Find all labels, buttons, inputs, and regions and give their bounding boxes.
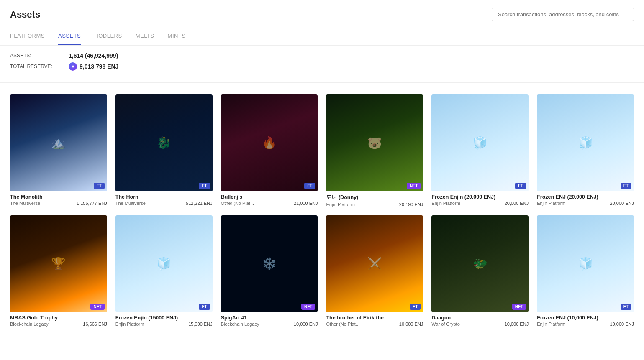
asset-info-bullenj: Bullenj's Other (No Plat... 21,000 ENJ: [221, 191, 318, 206]
asset-enj-spigart: 10,000 ENJ: [294, 322, 318, 327]
asset-card-brother[interactable]: ⚔️ FT The brother of Eirik the ... Other…: [326, 215, 423, 327]
asset-badge-frozen2: FT: [621, 183, 631, 189]
asset-name-frozen1: Frozen Enjin (20,000 ENJ): [431, 194, 529, 200]
asset-badge-daagon: NFT: [512, 304, 526, 310]
asset-card-frozen4[interactable]: 🧊 FT Frozen ENJ (10,000 ENJ) Enjin Platf…: [537, 215, 634, 327]
reserve-value: 9,013,798 ENJ: [80, 63, 118, 70]
asset-card-daagon[interactable]: 🐲 NFT Daagon War of Crypto 10,000 ENJ: [431, 215, 529, 327]
divider: [0, 82, 644, 83]
asset-enj-frozen3: 15,000 ENJ: [188, 322, 212, 327]
asset-name-mras: MRAS Gold Trophy: [10, 315, 107, 321]
asset-image-bullenj: 🔥 FT: [221, 94, 318, 191]
asset-enj-monolith: 1,155,777 ENJ: [77, 201, 107, 206]
asset-badge-bullenj: FT: [304, 183, 315, 189]
assets-value: 1,614 (46,924,999): [69, 52, 118, 59]
asset-card-frozen1[interactable]: 🧊 FT Frozen Enjin (20,000 ENJ) Enjin Pla…: [431, 94, 529, 207]
assets-stat-row: ASSETS: 1,614 (46,924,999): [10, 52, 634, 59]
asset-enj-brother: 10,000 ENJ: [399, 322, 423, 327]
asset-platform-brother: Other (No Plat...: [326, 322, 359, 327]
asset-platform-daagon: War of Crypto: [431, 322, 459, 327]
asset-card-frozen3[interactable]: 🧊 FT Frozen Enjin (15000 ENJ) Enjin Plat…: [115, 215, 213, 327]
asset-badge-mras: NFT: [90, 304, 104, 310]
asset-card-bullenj[interactable]: 🔥 FT Bullenj's Other (No Plat... 21,000 …: [221, 94, 318, 207]
asset-card-monolith[interactable]: 🏔️ FT The Monolith The Multiverse 1,155,…: [10, 94, 107, 207]
tab-hodlers[interactable]: HODLERS: [94, 28, 122, 45]
asset-name-monolith: The Monolith: [10, 194, 107, 200]
asset-info-frozen3: Frozen Enjin (15000 ENJ) Enjin Platform …: [115, 312, 213, 327]
asset-platform-spigart: Blockchain Legacy: [221, 322, 259, 327]
asset-badge-frozen1: FT: [515, 183, 526, 189]
asset-platform-frozen1: Enjin Platform: [431, 201, 460, 206]
asset-info-brother: The brother of Eirik the ... Other (No P…: [326, 312, 423, 327]
asset-image-horn: 🐉 FT: [115, 94, 213, 191]
tab-assets[interactable]: ASSETS: [58, 28, 81, 45]
asset-card-frozen2[interactable]: 🧊 FT Frozen ENJ (20,000 ENJ) Enjin Platf…: [537, 94, 634, 207]
asset-name-frozen2: Frozen ENJ (20,000 ENJ): [537, 194, 634, 200]
asset-image-donny: 🐷 NFT: [326, 94, 423, 191]
asset-info-frozen1: Frozen Enjin (20,000 ENJ) Enjin Platform…: [431, 191, 529, 206]
asset-enj-frozen1: 20,000 ENJ: [505, 201, 529, 206]
asset-enj-mras: 16,666 ENJ: [83, 322, 107, 327]
asset-image-frozen1: 🧊 FT: [431, 94, 529, 191]
asset-enj-frozen4: 10,000 ENJ: [610, 322, 634, 327]
asset-image-frozen3: 🧊 FT: [115, 215, 213, 312]
asset-badge-horn: FT: [199, 183, 210, 189]
enj-icon: [69, 62, 77, 71]
asset-name-donny: 도니 (Donny): [326, 194, 423, 201]
asset-badge-frozen4: FT: [621, 304, 631, 310]
asset-info-daagon: Daagon War of Crypto 10,000 ENJ: [431, 312, 529, 327]
asset-name-spigart: SpigArt #1: [221, 315, 318, 321]
asset-name-horn: The Horn: [115, 194, 213, 200]
asset-enj-horn: 512,221 ENJ: [186, 201, 213, 206]
asset-image-frozen4: 🧊 FT: [537, 215, 634, 312]
asset-badge-monolith: FT: [94, 183, 105, 189]
reserve-label: TOTAL RESERVE:: [10, 64, 69, 69]
asset-image-daagon: 🐲 NFT: [431, 215, 529, 312]
asset-platform-frozen3: Enjin Platform: [115, 322, 144, 327]
asset-card-donny[interactable]: 🐷 NFT 도니 (Donny) Enjin Platform 20,190 E…: [326, 94, 423, 207]
page-title: Assets: [10, 9, 40, 20]
asset-enj-donny: 20,190 ENJ: [399, 202, 423, 207]
asset-image-brother: ⚔️ FT: [326, 215, 423, 312]
asset-badge-donny: NFT: [407, 183, 421, 189]
asset-badge-spigart: NFT: [301, 304, 315, 310]
asset-enj-bullenj: 21,000 ENJ: [294, 201, 318, 206]
search-input[interactable]: [492, 8, 634, 21]
page-header: Assets: [0, 0, 644, 26]
tab-melts[interactable]: MELTS: [136, 28, 154, 45]
asset-image-spigart: ❄️ NFT: [221, 215, 318, 312]
tab-platforms[interactable]: PLATFORMS: [10, 28, 45, 45]
asset-enj-frozen2: 20,000 ENJ: [610, 201, 634, 206]
asset-card-spigart[interactable]: ❄️ NFT SpigArt #1 Blockchain Legacy 10,0…: [221, 215, 318, 327]
asset-info-monolith: The Monolith The Multiverse 1,155,777 EN…: [10, 191, 107, 206]
asset-platform-bullenj: Other (No Plat...: [221, 201, 254, 206]
asset-platform-donny: Enjin Platform: [326, 202, 354, 207]
asset-badge-frozen3: FT: [199, 304, 210, 310]
reserve-stat-row: TOTAL RESERVE: 9,013,798 ENJ: [10, 62, 634, 71]
asset-name-brother: The brother of Eirik the ...: [326, 315, 423, 321]
asset-image-frozen2: 🧊 FT: [537, 94, 634, 191]
asset-image-monolith: 🏔️ FT: [10, 94, 107, 191]
asset-badge-brother: FT: [410, 304, 421, 310]
tab-bar: PLATFORMS ASSETS HODLERS MELTS MINTS: [0, 28, 644, 46]
assets-label: ASSETS:: [10, 53, 69, 59]
asset-info-mras: MRAS Gold Trophy Blockchain Legacy 16,66…: [10, 312, 107, 327]
asset-info-horn: The Horn The Multiverse 512,221 ENJ: [115, 191, 213, 206]
asset-platform-frozen4: Enjin Platform: [537, 322, 565, 327]
assets-grid: 🏔️ FT The Monolith The Multiverse 1,155,…: [0, 88, 644, 337]
asset-info-frozen4: Frozen ENJ (10,000 ENJ) Enjin Platform 1…: [537, 312, 634, 327]
asset-name-bullenj: Bullenj's: [221, 194, 318, 200]
asset-platform-horn: The Multiverse: [115, 201, 146, 206]
asset-platform-frozen2: Enjin Platform: [537, 201, 565, 206]
stats-section: ASSETS: 1,614 (46,924,999) TOTAL RESERVE…: [0, 46, 644, 77]
asset-enj-daagon: 10,000 ENJ: [505, 322, 529, 327]
asset-card-mras[interactable]: 🏆 NFT MRAS Gold Trophy Blockchain Legacy…: [10, 215, 107, 327]
asset-image-mras: 🏆 NFT: [10, 215, 107, 312]
asset-card-horn[interactable]: 🐉 FT The Horn The Multiverse 512,221 ENJ: [115, 94, 213, 207]
asset-info-spigart: SpigArt #1 Blockchain Legacy 10,000 ENJ: [221, 312, 318, 327]
asset-name-daagon: Daagon: [431, 315, 529, 321]
asset-platform-mras: Blockchain Legacy: [10, 322, 49, 327]
asset-name-frozen3: Frozen Enjin (15000 ENJ): [115, 315, 213, 321]
asset-name-frozen4: Frozen ENJ (10,000 ENJ): [537, 315, 634, 321]
tab-mints[interactable]: MINTS: [168, 28, 186, 45]
